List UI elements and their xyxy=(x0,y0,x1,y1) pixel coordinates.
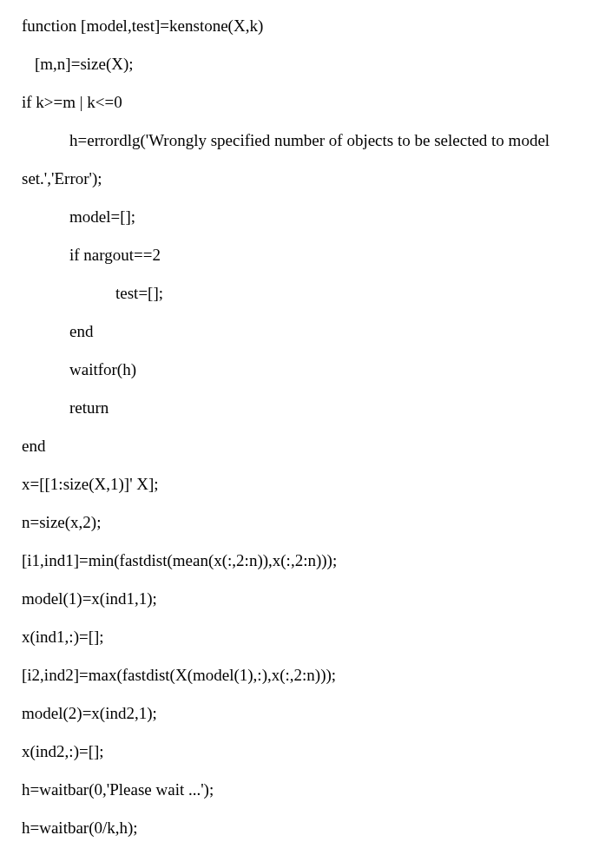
code-line: waitfor(h) xyxy=(22,361,590,378)
code-line: set.','Error'); xyxy=(22,170,590,187)
code-line: end xyxy=(22,437,590,454)
code-line: h=errordlg('Wrongly specified number of … xyxy=(22,132,590,148)
code-line: x(ind1,:)=[]; xyxy=(22,628,590,645)
code-line: h=waitbar(0,'Please wait ...'); xyxy=(22,781,590,798)
code-line: if nargout==2 xyxy=(22,247,590,263)
code-line: if k>=m | k<=0 xyxy=(22,94,590,110)
code-line: end xyxy=(22,323,590,339)
code-line: n=size(x,2); xyxy=(22,514,590,530)
code-line: x=[[1:size(X,1)]' X]; xyxy=(22,476,590,492)
code-line: return xyxy=(22,399,590,416)
code-line: h=waitbar(0/k,h); xyxy=(22,819,590,836)
code-line: x(ind2,:)=[]; xyxy=(22,743,590,760)
code-line: model(2)=x(ind2,1); xyxy=(22,705,590,721)
code-line: [m,n]=size(X); xyxy=(22,56,590,72)
code-line: model(1)=x(ind1,1); xyxy=(22,590,590,607)
code-line: [i2,ind2]=max(fastdist(X(model(1),:),x(:… xyxy=(22,667,590,683)
code-line: function [model,test]=kenstone(X,k) xyxy=(22,17,590,34)
code-line: model=[]; xyxy=(22,208,590,225)
code-line: [i1,ind1]=min(fastdist(mean(x(:,2:n)),x(… xyxy=(22,552,590,569)
code-line: test=[]; xyxy=(22,285,590,301)
